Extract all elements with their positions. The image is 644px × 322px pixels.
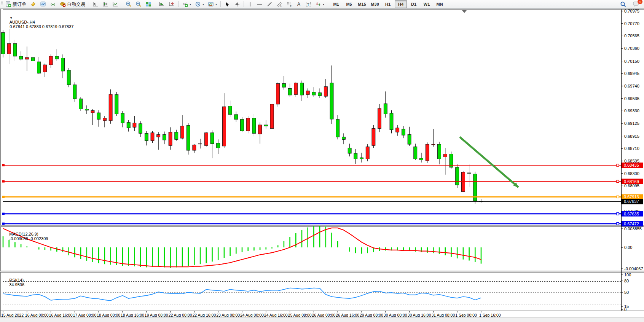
price-tick: 0.70150 [624, 59, 639, 64]
text-label-icon: T [305, 1, 311, 7]
clock-icon [195, 1, 201, 7]
hline-handle-left[interactable] [2, 213, 5, 215]
tile-windows-button[interactable] [144, 0, 153, 8]
timeframe-button-m30[interactable]: M30 [369, 0, 381, 8]
notifications-button[interactable]: 1 [631, 0, 641, 8]
candle-body [312, 92, 316, 95]
pane-separator-rsi[interactable] [0, 271, 644, 273]
candle-body [360, 158, 363, 159]
candle-body [85, 109, 88, 110]
trendline-button[interactable] [265, 0, 274, 8]
chart-shift-button[interactable] [167, 0, 176, 8]
auto-scroll-icon [159, 1, 165, 7]
timeframe-button-h1[interactable]: H1 [382, 0, 394, 8]
indicators-button[interactable]: ▾ [180, 0, 193, 8]
equidistant-channel-button[interactable]: E [275, 0, 284, 8]
toolbar-grip[interactable] [1, 1, 3, 7]
candle-body [13, 43, 17, 56]
zoom-in-button[interactable] [124, 0, 133, 8]
market-watch-button[interactable] [29, 0, 38, 8]
chevron-down-icon: ▾ [202, 3, 204, 6]
timeframe-button-h4[interactable]: H4 [395, 0, 407, 8]
candle-body [210, 133, 214, 144]
candle-chart-type-button[interactable] [101, 0, 110, 8]
candle-body [348, 148, 351, 153]
chevron-down-icon: ▾ [323, 3, 324, 6]
hline-handle-left[interactable] [2, 196, 5, 198]
candle-body [67, 70, 70, 85]
new-order-button[interactable]: 新订单 [4, 0, 28, 8]
timeframe-button-w1[interactable]: W1 [421, 0, 433, 8]
zoom-out-button[interactable] [134, 0, 143, 8]
candle-body [282, 84, 285, 88]
bar-chart-type-button[interactable] [91, 0, 100, 8]
candle-body [318, 93, 322, 96]
arrows-button[interactable]: ▾ [314, 0, 326, 8]
hline-handle-left[interactable] [2, 223, 5, 225]
chart-canvas[interactable]: 0.709750.707700.705650.703600.701500.699… [0, 0, 644, 322]
timeframe-button-d1[interactable]: D1 [408, 0, 420, 8]
svg-text:T: T [307, 3, 309, 6]
profile-chart-icon [40, 1, 46, 7]
timeframe-button-m15[interactable]: M15 [356, 0, 368, 8]
main-toolbar: 新订单 自动交易 [0, 0, 644, 9]
auto-trading-button[interactable]: 自动交易 [58, 0, 87, 8]
candle-body [366, 147, 369, 159]
macd-tick: 0.00 [624, 245, 632, 250]
candle-body [181, 126, 184, 138]
pane-separator-macd[interactable] [0, 225, 644, 227]
search-button[interactable] [618, 0, 628, 8]
auto-scroll-button[interactable] [157, 0, 166, 8]
candle-body [456, 167, 459, 185]
price-tick: 0.70360 [624, 46, 639, 51]
horizontal-line-button[interactable] [255, 0, 264, 8]
price-tick: 0.70975 [624, 9, 639, 13]
fibonacci-button[interactable]: F [285, 0, 294, 8]
hline-handle-right[interactable] [617, 164, 619, 166]
hline-handle-right[interactable] [617, 180, 619, 183]
cursor-button[interactable] [223, 0, 232, 8]
text-button[interactable]: A [295, 0, 303, 8]
candle-body [258, 125, 262, 134]
timeframe-button-m1[interactable]: M1 [330, 0, 342, 8]
candle-body [139, 124, 142, 134]
zoom-out-icon [135, 1, 142, 7]
auto-trading-label: 自动交易 [67, 1, 85, 8]
svg-text:E: E [280, 5, 282, 7]
macd-pane-label: MACD(12,26,9) -0.003089 -0.002309 [5, 227, 48, 245]
price-tick: 0.69740 [624, 84, 639, 88]
hline-handle-right[interactable] [617, 213, 619, 215]
signals-button[interactable] [48, 0, 57, 8]
collapse-icon[interactable]: ▼ [10, 16, 13, 20]
hline-handle-left[interactable] [2, 180, 5, 183]
svg-text:A: A [297, 2, 300, 7]
periods-button[interactable]: ▾ [193, 0, 206, 8]
candle-body [222, 107, 226, 146]
rsi-tick: 0 [624, 307, 626, 312]
templates-button[interactable]: ▾ [206, 0, 218, 8]
timeframe-button-mn[interactable]: MN [434, 0, 446, 8]
rsi-tick: 100 [624, 273, 631, 277]
line-chart-type-button[interactable] [111, 0, 120, 8]
arrows-icon [315, 1, 321, 7]
hline-handle-right[interactable] [617, 223, 619, 225]
crosshair-button[interactable] [233, 0, 242, 8]
vertical-line-button[interactable] [246, 0, 254, 8]
profile-button[interactable] [38, 0, 48, 8]
chevron-down-icon: ▾ [215, 3, 217, 6]
hline-handle-left[interactable] [2, 164, 5, 166]
toolbar-separator [155, 1, 155, 7]
macd-tick: -0.004067 [624, 266, 643, 271]
timeframe-button-m5[interactable]: M5 [343, 0, 355, 8]
text-label-button[interactable]: T [304, 0, 313, 8]
candle-body [25, 57, 29, 59]
notification-badge[interactable]: 1 [637, 0, 643, 5]
candle-body [193, 145, 196, 150]
toolbar-separator [244, 1, 244, 7]
candle-body [228, 106, 232, 115]
crosshair-icon [234, 1, 240, 7]
candle-body [217, 143, 220, 148]
hline-handle-right[interactable] [617, 196, 619, 198]
price-label-support-orange: 0.67913 [624, 194, 639, 199]
bar-chart-icon [92, 1, 99, 7]
